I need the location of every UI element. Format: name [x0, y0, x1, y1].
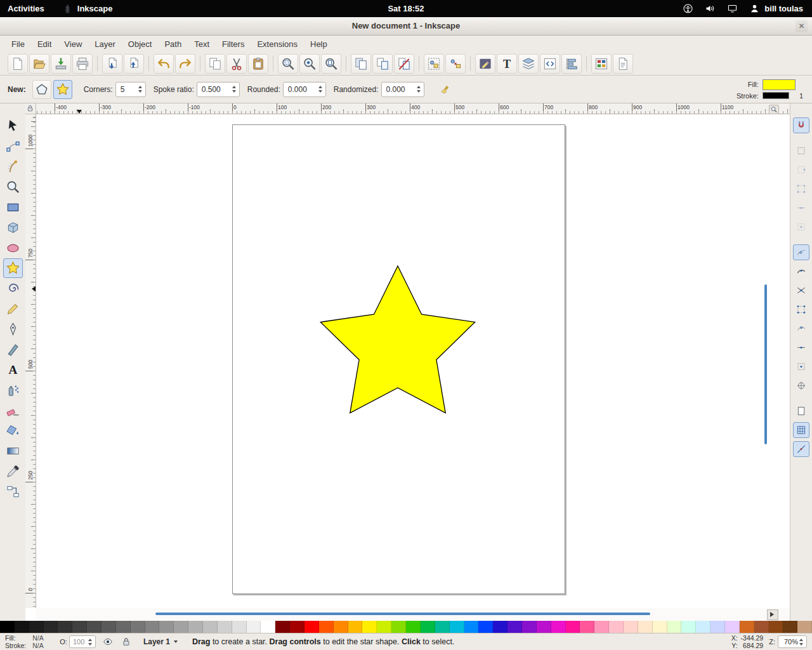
palette-swatch[interactable] — [522, 621, 537, 633]
opacity-increment-arrow[interactable] — [88, 639, 92, 641]
fill-swatch[interactable] — [763, 79, 796, 90]
zoom-to-page-button[interactable] — [321, 54, 341, 74]
app-menu-button[interactable]: Inkscape — [62, 3, 113, 14]
zoom-decrement-arrow[interactable] — [799, 643, 803, 646]
randomized-spinbox[interactable] — [381, 82, 424, 97]
display-icon[interactable] — [727, 3, 738, 14]
sticky-zoom-toggle[interactable] — [769, 105, 779, 114]
undo-button[interactable] — [154, 54, 174, 74]
fill-stroke-dialog-button[interactable] — [475, 54, 495, 74]
palette-swatch[interactable] — [72, 621, 87, 633]
palette-swatch[interactable] — [247, 621, 261, 633]
palette-swatch[interactable] — [0, 621, 15, 633]
spray-tool-button[interactable] — [3, 380, 23, 400]
snap-line-midpoints-button[interactable] — [793, 340, 809, 355]
randomized-increment-arrow[interactable] — [417, 86, 421, 88]
palette-swatch[interactable] — [580, 621, 594, 633]
menu-edit[interactable]: Edit — [31, 37, 58, 51]
palette-swatch[interactable] — [348, 621, 363, 633]
tweak-tool-button[interactable] — [3, 157, 23, 176]
cms-adjust-toggle[interactable] — [767, 609, 778, 620]
randomized-decrement-arrow[interactable] — [417, 90, 421, 93]
palette-swatch[interactable] — [275, 621, 290, 633]
text-dialog-button[interactable]: T — [497, 54, 517, 74]
create-clone-button[interactable] — [372, 54, 393, 74]
palette-swatch[interactable] — [58, 621, 72, 633]
spoke-ratio-increment-arrow[interactable] — [232, 86, 236, 88]
palette-swatch[interactable] — [450, 621, 464, 633]
dropper-tool-button[interactable] — [3, 461, 23, 481]
import-button[interactable] — [102, 54, 122, 74]
bezier-tool-button[interactable] — [3, 319, 23, 339]
palette-swatch[interactable] — [566, 621, 580, 633]
rectangle-tool-button[interactable] — [3, 197, 23, 217]
document-properties-dialog-button[interactable] — [613, 54, 633, 74]
menu-help[interactable]: Help — [304, 37, 334, 51]
palette-swatch[interactable] — [508, 621, 522, 633]
layer-selector[interactable]: Layer 1 — [138, 635, 183, 648]
regular-polygon-mode-button[interactable] — [32, 80, 51, 99]
menu-layer[interactable]: Layer — [88, 37, 122, 51]
opacity-value[interactable]: 100 — [73, 638, 87, 646]
palette-swatch[interactable] — [203, 621, 218, 633]
rounded-input[interactable] — [287, 84, 317, 95]
spiral-tool-button[interactable] — [3, 279, 23, 298]
star-shape[interactable] — [36, 114, 790, 608]
zoom-increment-arrow[interactable] — [799, 639, 803, 641]
palette-swatch[interactable] — [232, 621, 247, 633]
palette-swatch[interactable] — [319, 621, 334, 633]
star-tool-button[interactable] — [3, 258, 23, 278]
ungroup-objects-button[interactable] — [445, 54, 466, 74]
palette-swatch[interactable] — [44, 621, 58, 633]
palette-swatch[interactable] — [797, 621, 812, 633]
menu-file[interactable]: File — [5, 37, 31, 51]
palette-swatch[interactable] — [391, 621, 406, 633]
palette-swatch[interactable] — [102, 621, 116, 633]
selector-tool-button[interactable] — [3, 116, 23, 136]
group-objects-button[interactable] — [424, 54, 444, 74]
snap-cusp-nodes-button[interactable] — [793, 302, 809, 317]
palette-swatch[interactable] — [334, 621, 348, 633]
palette-swatch[interactable] — [769, 621, 783, 633]
palette-swatch[interactable] — [725, 621, 740, 633]
snap-page-border-button[interactable] — [793, 403, 809, 419]
horizontal-scrollbar[interactable] — [155, 613, 650, 615]
zoom-value[interactable]: 70% — [782, 638, 798, 646]
opacity-decrement-arrow[interactable] — [88, 643, 92, 646]
gradient-tool-button[interactable] — [3, 441, 23, 461]
connector-tool-button[interactable] — [3, 482, 23, 501]
text-tool-button[interactable]: A — [3, 360, 23, 380]
palette-swatch[interactable] — [478, 621, 493, 633]
palette-swatch[interactable] — [667, 621, 682, 633]
snap-grids-button[interactable] — [793, 422, 809, 438]
layers-dialog-button[interactable] — [518, 54, 539, 74]
menu-object[interactable]: Object — [122, 37, 159, 51]
lock-guides-toggle[interactable] — [25, 103, 36, 114]
calligraphy-tool-button[interactable] — [3, 340, 23, 359]
zoom-to-drawing-button[interactable] — [299, 54, 320, 74]
zoom-spinbox[interactable]: 70% — [778, 635, 807, 648]
palette-swatch[interactable] — [218, 621, 232, 633]
eraser-tool-button[interactable] — [3, 401, 23, 420]
duplicate-button[interactable] — [351, 54, 371, 74]
corners-decrement-arrow[interactable] — [138, 90, 142, 93]
menu-text[interactable]: Text — [188, 37, 216, 51]
palette-swatch[interactable] — [131, 621, 145, 633]
spoke-ratio-input[interactable] — [200, 84, 231, 95]
open-document-button[interactable] — [29, 54, 49, 74]
cut-button[interactable] — [226, 54, 247, 74]
layer-visibility-toggle[interactable] — [102, 635, 114, 648]
menu-path[interactable]: Path — [158, 37, 188, 51]
snap-smooth-nodes-button[interactable] — [793, 321, 809, 336]
node-tool-button[interactable] — [3, 136, 23, 156]
snap-object-centers-button[interactable] — [793, 359, 809, 375]
palette-swatch[interactable] — [493, 621, 508, 633]
export-button[interactable] — [124, 54, 144, 74]
palette-swatch[interactable] — [435, 621, 450, 633]
palette-swatch[interactable] — [624, 621, 638, 633]
palette-swatch[interactable] — [740, 621, 754, 633]
palette-swatch[interactable] — [696, 621, 710, 633]
paste-button[interactable] — [248, 54, 268, 74]
redo-button[interactable] — [175, 54, 195, 74]
snap-bbox-edges-button[interactable] — [793, 162, 809, 178]
